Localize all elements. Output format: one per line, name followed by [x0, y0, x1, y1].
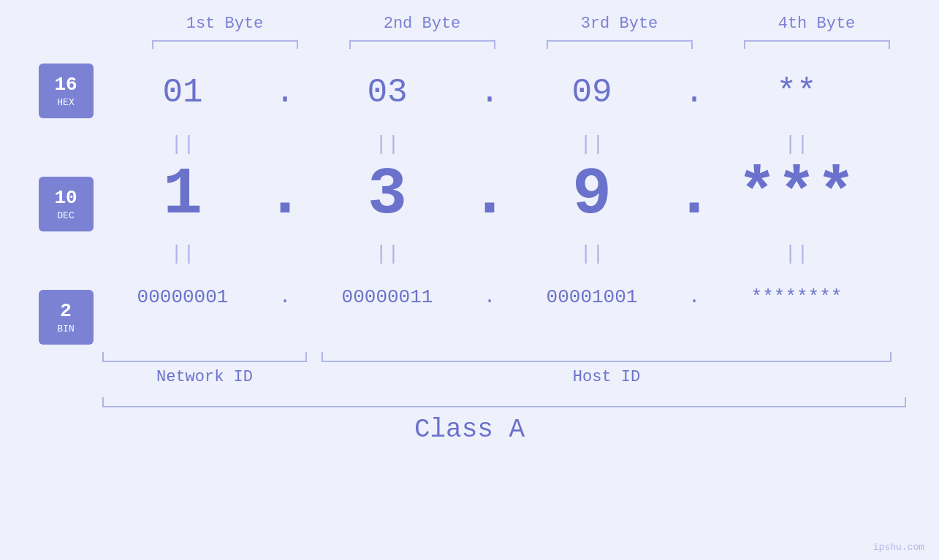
equals2-b4: || [716, 242, 877, 265]
bracket-byte1 [152, 40, 298, 49]
equals-b3: || [512, 133, 672, 156]
equals-b1: || [102, 133, 263, 156]
network-id-label: Network ID [102, 368, 307, 386]
hex-b3: 09 [512, 74, 672, 112]
equals-b4: || [716, 133, 877, 156]
equals2-b2: || [307, 242, 468, 265]
equals-row-2: || || || || [102, 239, 939, 268]
main-container: 1st Byte 2nd Byte 3rd Byte 4th Byte 16 H… [0, 0, 939, 560]
bin-dot3: . [672, 286, 716, 308]
equals2-b3: || [512, 242, 672, 265]
dec-badge: 10 DEC [39, 177, 94, 231]
class-label: Class A [0, 415, 939, 445]
dec-dot2: . [468, 158, 512, 232]
dec-b3: 9 [512, 158, 672, 232]
byte3-header: 3rd Byte [539, 15, 700, 33]
equals-row-1: || || || || [102, 129, 939, 158]
hex-dot2: . [468, 74, 512, 112]
watermark: ipshu.com [873, 542, 924, 553]
hex-badge: 16 HEX [39, 64, 94, 118]
bin-b2: 00000011 [307, 286, 468, 308]
dec-badge-num: 10 [54, 187, 77, 210]
bin-dot2: . [468, 286, 512, 308]
host-id-label: Host ID [322, 368, 892, 386]
outer-bracket-row [102, 397, 906, 407]
content-area: 16 HEX 10 DEC 2 BIN 01 . [0, 64, 939, 345]
rows-grid: 01 . 03 . 09 . ** [102, 64, 939, 326]
hex-dot1: . [263, 74, 307, 112]
bin-badge-num: 2 [60, 300, 72, 323]
bottom-brackets [102, 352, 892, 362]
hex-row: 01 . 03 . 09 . ** [102, 64, 939, 122]
hex-badge-label: HEX [57, 97, 74, 108]
dec-b2: 3 [307, 158, 468, 232]
bin-badge: 2 BIN [39, 290, 94, 345]
byte4-header: 4th Byte [737, 15, 897, 33]
bin-b3: 00001001 [512, 286, 672, 308]
bracket-byte2 [349, 40, 495, 49]
dec-b1: 1 [102, 158, 263, 232]
network-bracket [102, 352, 307, 362]
bin-b4: ******** [716, 286, 877, 308]
dec-badge-label: DEC [57, 210, 74, 221]
bottom-labels: Network ID Host ID [102, 368, 892, 386]
bottom-section: Network ID Host ID Class A [0, 352, 939, 445]
byte-headers: 1st Byte 2nd Byte 3rd Byte 4th Byte [126, 15, 916, 33]
byte2-header: 2nd Byte [342, 15, 503, 33]
bin-badge-label: BIN [57, 323, 74, 334]
host-bracket [322, 352, 892, 362]
bracket-byte4 [744, 40, 890, 49]
hex-b1: 01 [102, 74, 263, 112]
equals2-b1: || [102, 242, 263, 265]
bin-dot1: . [263, 286, 307, 308]
dec-dot3: . [672, 158, 716, 232]
outer-bracket [102, 397, 906, 407]
byte1-header: 1st Byte [145, 15, 305, 33]
dec-b4: *** [716, 158, 877, 232]
hex-dot3: . [672, 74, 716, 112]
bracket-byte3 [547, 40, 693, 49]
dec-row: 1 . 3 . 9 . *** [102, 158, 939, 231]
bin-b1: 00000001 [102, 286, 263, 308]
badges-column: 16 HEX 10 DEC 2 BIN [0, 64, 102, 345]
hex-badge-num: 16 [54, 74, 77, 96]
dec-dot1: . [263, 158, 307, 232]
top-brackets [126, 40, 916, 49]
bin-row: 00000001 . 00000011 . 00001001 . [102, 268, 939, 326]
hex-b4: ** [716, 74, 877, 112]
hex-b2: 03 [307, 74, 468, 112]
equals-b2: || [307, 133, 468, 156]
